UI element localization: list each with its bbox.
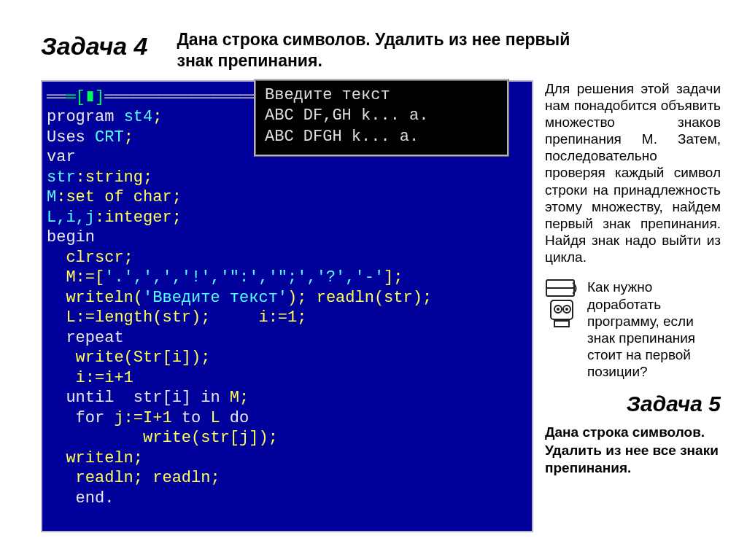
- explanation-text: Для решения этой задачи нам понадобится …: [545, 80, 721, 266]
- hint-row: Как нужно доработать программу, если зна…: [545, 279, 721, 380]
- svg-point-4: [557, 308, 560, 311]
- kw-begin: begin: [47, 228, 95, 246]
- slide: Задача 4 Дана строка символов. Удалить и…: [0, 0, 747, 560]
- kw-var: var: [47, 148, 76, 166]
- task4-description: Дана строка символов. Удалить из нее пер…: [177, 29, 570, 71]
- console-output: Введите текст ABC DF,GH k... a. ABC DFGH…: [254, 79, 509, 158]
- content-row: ═══[∎]═════════════════ program st4; Use…: [41, 80, 721, 532]
- book-robot-icon: [545, 279, 578, 330]
- kw-for: for: [47, 409, 114, 427]
- header-row: Задача 4 Дана строка символов. Удалить и…: [41, 29, 721, 71]
- task5-description: Дана строка символов. Удалить из нее все…: [545, 424, 721, 477]
- code-column: ═══[∎]═════════════════ program st4; Use…: [41, 80, 533, 532]
- task4-title: Задача 4: [41, 32, 147, 61]
- explanation-column: Для решения этой задачи нам понадобится …: [545, 80, 721, 478]
- console-result-line: ABC DFGH k... a.: [265, 128, 419, 146]
- console-input-line: ABC DF,GH k... a.: [265, 106, 428, 125]
- kw-until: until str[i]: [47, 389, 201, 407]
- task5-title: Задача 5: [545, 392, 721, 416]
- kw-end: end.: [47, 489, 114, 508]
- svg-point-5: [565, 308, 568, 311]
- kw-program: program: [47, 108, 124, 126]
- editor-bracket-icon: ═[∎]: [66, 88, 104, 106]
- svg-rect-6: [554, 321, 569, 327]
- console-prompt: Введите текст: [265, 86, 390, 104]
- hint-text: Как нужно доработать программу, если зна…: [587, 279, 721, 380]
- kw-uses: Uses: [47, 128, 95, 147]
- kw-repeat: repeat: [47, 329, 124, 347]
